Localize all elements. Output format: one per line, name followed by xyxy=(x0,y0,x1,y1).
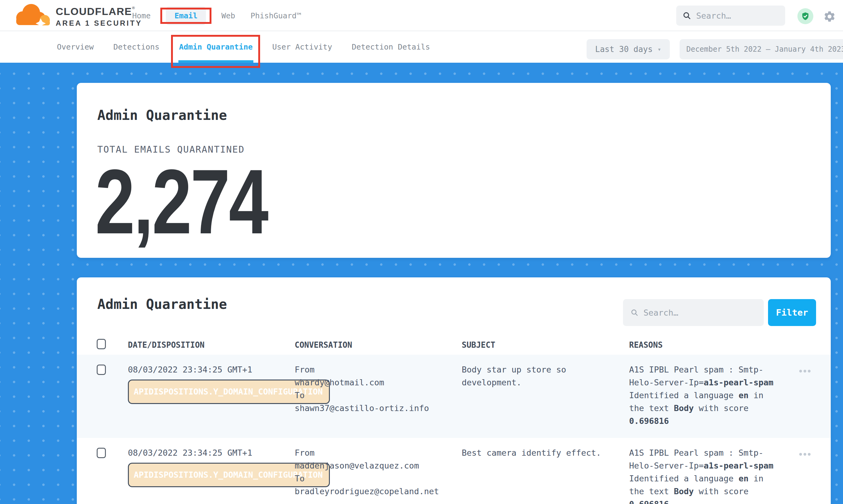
row-checkbox[interactable] xyxy=(97,364,106,375)
cell-subject: Best camera identify effect. xyxy=(462,447,629,504)
chevron-down-icon: ▾ xyxy=(657,46,661,53)
tab-detections[interactable]: Detections xyxy=(113,31,159,63)
email-sub-nav: Overview Detections Admin Quarantine Use… xyxy=(0,31,843,63)
tab-user-activity[interactable]: User Activity xyxy=(272,31,332,63)
column-header-reasons: REASONS xyxy=(629,340,788,349)
quarantine-card: Admin Quarantine Filter DATE/DISPOSITION… xyxy=(77,277,831,504)
tab-detections-label: Detections xyxy=(113,42,159,51)
row-date: 08/03/2022 23:34:25 GMT+1 xyxy=(128,447,295,460)
top-nav: Home Email Web PhishGuard™ xyxy=(132,0,301,31)
brand-name: CLOUDFLARE® xyxy=(56,5,142,17)
date-range-picker[interactable]: December 5th 2022 — January 4th 2023 xyxy=(680,39,843,59)
row-date: 08/03/2022 23:34:25 GMT+1 xyxy=(128,363,295,376)
nav-item-email[interactable]: Email xyxy=(166,6,206,25)
nav-item-web[interactable]: Web xyxy=(221,11,235,20)
row-menu-button[interactable] xyxy=(799,453,811,456)
brand-text: CLOUDFLARE® AREA 1 SECURITY xyxy=(56,5,142,28)
select-all-checkbox[interactable] xyxy=(97,339,106,349)
quarantine-search-input[interactable] xyxy=(644,308,756,318)
filter-button[interactable]: Filter xyxy=(768,299,816,326)
time-range-dropdown[interactable]: Last 30 days ▾ xyxy=(586,39,670,59)
tab-user-activity-label: User Activity xyxy=(272,42,332,51)
time-range-label: Last 30 days xyxy=(595,44,653,54)
tab-overview-label: Overview xyxy=(57,42,94,51)
settings-gear-icon[interactable] xyxy=(823,10,836,23)
shield-check-icon xyxy=(801,12,810,21)
table-row: 08/03/2022 23:34:25 GMT+1APIDISPOSITIONS… xyxy=(77,438,831,504)
cell-reasons: A1S IPBL Pearl spam : Smtp-Helo-Server-I… xyxy=(629,447,788,504)
quarantine-rows: 08/03/2022 23:34:25 GMT+1APIDISPOSITIONS… xyxy=(77,355,831,504)
nav-item-phishguard[interactable]: PhishGuard™ xyxy=(251,11,301,20)
tab-detection-details-label: Detection Details xyxy=(352,42,430,51)
nav-item-home[interactable]: Home xyxy=(132,11,151,20)
cell-conversation: Frommaddenjason@velazquez.comTobradleyro… xyxy=(295,447,462,504)
tab-overview[interactable]: Overview xyxy=(57,31,94,63)
quarantine-search xyxy=(623,299,764,326)
cell-reasons: A1S IPBL Pearl spam : Smtp-Helo-Server-I… xyxy=(629,363,788,438)
cell-date-disposition: 08/03/2022 23:34:25 GMT+1APIDISPOSITIONS… xyxy=(128,447,295,504)
sub-nav-items: Overview Detections Admin Quarantine Use… xyxy=(57,31,430,63)
nav-item-email-wrap: Email xyxy=(166,11,206,20)
active-tab-underline xyxy=(178,60,253,63)
cell-conversation: Fromwhardy@hotmail.comToshawn37@castillo… xyxy=(295,363,462,438)
row-checkbox[interactable] xyxy=(97,448,106,458)
summary-card: Admin Quarantine TOTAL EMAILS QUARANTINE… xyxy=(77,83,831,258)
column-header-conversation: CONVERSATION xyxy=(295,340,462,349)
tab-admin-quarantine[interactable]: Admin Quarantine xyxy=(179,31,253,63)
cloudflare-logo-icon xyxy=(11,2,54,29)
tab-admin-quarantine-label: Admin Quarantine xyxy=(179,42,253,51)
tab-detection-details[interactable]: Detection Details xyxy=(352,31,430,63)
quarantine-card-title: Admin Quarantine xyxy=(97,296,227,312)
app-header: CLOUDFLARE® AREA 1 SECURITY Home Email W… xyxy=(0,0,843,31)
global-search xyxy=(676,5,785,26)
date-range-label: December 5th 2022 — January 4th 2023 xyxy=(686,45,843,54)
global-search-input[interactable] xyxy=(696,11,779,20)
protection-status-badge[interactable] xyxy=(797,8,813,24)
cell-subject: Body star up store so development. xyxy=(462,363,629,438)
summary-card-title: Admin Quarantine xyxy=(97,107,227,123)
table-row: 08/03/2022 23:34:25 GMT+1APIDISPOSITIONS… xyxy=(77,355,831,438)
column-header-date-disposition: DATE/DISPOSITION xyxy=(128,340,295,349)
search-icon xyxy=(630,308,638,317)
table-header-row: DATE/DISPOSITION CONVERSATION SUBJECT RE… xyxy=(77,335,831,355)
total-emails-value: 2,274 xyxy=(95,159,267,244)
column-header-subject: SUBJECT xyxy=(462,340,629,349)
quarantine-table: DATE/DISPOSITION CONVERSATION SUBJECT RE… xyxy=(77,335,831,504)
search-icon xyxy=(682,11,691,21)
row-menu-button[interactable] xyxy=(799,370,811,373)
cell-date-disposition: 08/03/2022 23:34:25 GMT+1APIDISPOSITIONS… xyxy=(128,363,295,438)
brand-subtitle: AREA 1 SECURITY xyxy=(56,19,142,28)
